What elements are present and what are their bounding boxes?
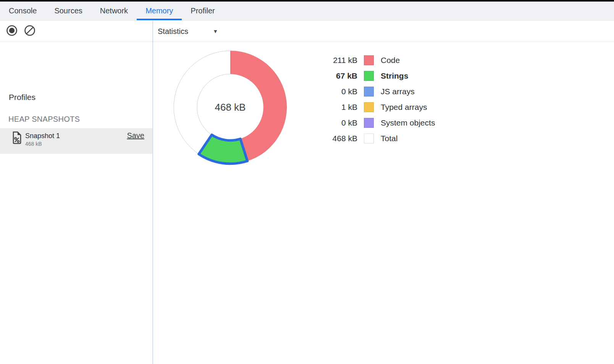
legend-row-total[interactable]: 468 kB Total	[302, 130, 435, 146]
legend-row-system-objects[interactable]: 0 kB System objects	[302, 115, 435, 130]
legend-value: 211 kB	[302, 56, 357, 65]
legend-label: JS arrays	[381, 87, 415, 96]
heap-statistics-donut-chart: 468 kB	[166, 43, 294, 171]
tab-network[interactable]: Network	[91, 2, 137, 20]
sidebar-item-snapshot-1[interactable]: Snapshot 1 468 kB Save	[0, 128, 152, 154]
clear-icon	[24, 24, 36, 37]
legend-swatch	[364, 118, 374, 128]
legend-swatch	[364, 71, 374, 81]
legend-swatch	[364, 134, 374, 143]
legend-row-typed-arrays[interactable]: 1 kB Typed arrays	[302, 99, 435, 115]
perspective-dropdown-label: Statistics	[158, 27, 188, 36]
snapshot-title: Snapshot 1	[25, 131, 60, 140]
legend-label: Typed arrays	[381, 103, 427, 112]
save-snapshot-link[interactable]: Save	[127, 131, 144, 140]
chevron-down-icon: ▼	[213, 28, 218, 34]
tab-memory[interactable]: Memory	[137, 2, 182, 20]
perspective-dropdown[interactable]: Statistics ▼	[158, 21, 218, 42]
legend-swatch	[364, 102, 374, 112]
legend-value: 0 kB	[302, 87, 357, 96]
profiles-heading: Profiles	[9, 93, 36, 102]
clear-profiles-button[interactable]	[24, 24, 36, 37]
legend-row-code[interactable]: 211 kB Code	[302, 52, 435, 68]
sidebar-main-divider[interactable]	[152, 21, 153, 364]
legend-value: 468 kB	[302, 134, 357, 143]
snapshot-text: Snapshot 1 468 kB	[25, 131, 60, 147]
memory-toolbar: Statistics ▼	[0, 21, 614, 42]
devtools-tab-bar: ConsoleSourcesNetworkMemoryProfiler	[0, 2, 614, 21]
legend-swatch	[364, 55, 374, 65]
tab-profiler[interactable]: Profiler	[182, 2, 223, 20]
legend-row-js-arrays[interactable]: 0 kB JS arrays	[302, 84, 435, 99]
legend-swatch	[364, 87, 374, 97]
record-heap-snapshot-button[interactable]	[6, 24, 18, 37]
legend-value: 0 kB	[302, 118, 357, 127]
legend-label: Total	[381, 134, 397, 143]
legend-value: 67 kB	[302, 71, 357, 81]
legend-label: System objects	[381, 118, 435, 127]
profiles-sidebar: Profiles HEAP SNAPSHOTS Snapshot 1 468 k…	[0, 42, 152, 364]
heap-snapshots-section-heading: HEAP SNAPSHOTS	[8, 115, 80, 124]
record-icon	[6, 24, 18, 37]
chart-legend: 211 kB Code 67 kB Strings 0 kB JS arrays…	[302, 52, 435, 146]
legend-label: Strings	[381, 71, 408, 81]
donut-slice-strings[interactable]	[199, 135, 247, 164]
tab-console[interactable]: Console	[0, 2, 45, 20]
legend-label: Code	[381, 56, 400, 65]
legend-value: 1 kB	[302, 103, 357, 112]
heap-snapshot-file-icon	[11, 131, 22, 145]
legend-row-strings[interactable]: 67 kB Strings	[302, 68, 435, 84]
tab-sources[interactable]: Sources	[45, 2, 91, 20]
snapshot-size: 468 kB	[25, 140, 60, 147]
